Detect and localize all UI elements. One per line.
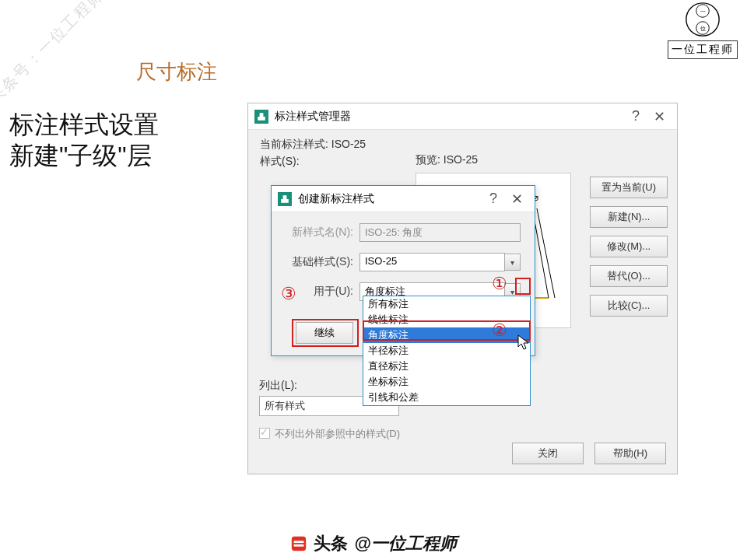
listout-label: 列出(L): xyxy=(259,379,297,393)
explain-line2: 新建"子级"层 xyxy=(9,140,159,171)
new-button[interactable]: 新建(N)... xyxy=(590,206,668,228)
explanation-text: 标注样式设置 新建"子级"层 xyxy=(9,109,159,171)
styles-label: 样式(S): xyxy=(260,155,300,169)
svg-rect-6 xyxy=(260,113,264,117)
author-logo-top: 一 位 一位工程师 xyxy=(668,2,738,59)
use-for-dropdown[interactable]: 所有标注线性标注角度标注半径标注直径标注坐标标注引线和公差 xyxy=(363,296,531,406)
annotation-1: ① xyxy=(492,274,507,294)
footer-attribution: 头条 @一位工程师 xyxy=(0,527,747,560)
continue-button[interactable]: 继续 xyxy=(296,322,353,344)
svg-rect-14 xyxy=(283,195,287,199)
dropdown-option[interactable]: 半径标注 xyxy=(363,343,530,359)
mgr-title: 标注样式管理器 xyxy=(275,110,351,124)
modify-button[interactable]: 修改(M)... xyxy=(590,236,668,257)
inner-titlebar: 创建新标注样式 ? ✕ xyxy=(272,186,535,212)
mgr-titlebar: 标注样式管理器 ? ✕ xyxy=(248,103,677,130)
exclude-xref-checkbox[interactable]: 不列出外部参照中的样式(D) xyxy=(259,427,400,441)
yinyang-icon: 一 位 xyxy=(685,2,721,37)
dropdown-option[interactable]: 坐标标注 xyxy=(363,374,530,390)
preview-label: 预览: ISO-25 xyxy=(416,153,478,167)
svg-text:位: 位 xyxy=(700,25,706,32)
dropdown-option[interactable]: 引线和公差 xyxy=(363,390,530,405)
set-current-button[interactable]: 置为当前(U) xyxy=(590,177,668,198)
svg-rect-16 xyxy=(294,541,304,543)
svg-rect-17 xyxy=(294,544,304,547)
watermark-diagonal: 头条号：一位工程师 xyxy=(0,0,108,108)
annotation-3: ③ xyxy=(281,284,296,304)
base-style-select[interactable]: ISO-25 xyxy=(359,253,505,271)
help-icon[interactable]: ? xyxy=(624,108,647,124)
svg-rect-13 xyxy=(281,199,289,203)
annotation-2: ② xyxy=(492,320,507,341)
help-icon[interactable]: ? xyxy=(482,191,505,207)
inner-title: 创建新标注样式 xyxy=(298,192,374,206)
dropdown-option[interactable]: 所有标注 xyxy=(363,296,530,312)
author-logo-label: 一位工程师 xyxy=(668,40,738,59)
exclude-xref-label: 不列出外部参照中的样式(D) xyxy=(275,428,400,439)
new-name-label: 新样式名(N): xyxy=(286,226,359,240)
help-button[interactable]: 帮助(H) xyxy=(594,443,666,464)
continue-button-wrap: 继续 xyxy=(296,322,353,344)
close-icon[interactable]: ✕ xyxy=(505,191,528,208)
compare-button[interactable]: 比较(C)... xyxy=(590,295,668,317)
app-icon xyxy=(254,110,268,124)
section-heading: 尺寸标注 xyxy=(136,58,217,86)
svg-rect-15 xyxy=(292,537,306,551)
new-name-input: ISO-25: 角度 xyxy=(359,223,521,242)
current-style-label: 当前标注样式: ISO-25 xyxy=(260,138,665,152)
svg-text:一: 一 xyxy=(700,8,706,15)
right-button-column: 置为当前(U) 新建(N)... 修改(M)... 替代(O)... 比较(C)… xyxy=(590,177,668,324)
cursor-icon xyxy=(517,334,531,352)
app-icon xyxy=(278,192,292,206)
annotation-box-1 xyxy=(515,278,531,295)
override-button[interactable]: 替代(O)... xyxy=(590,265,668,287)
toutiao-icon xyxy=(290,535,307,552)
dropdown-option[interactable]: 直径标注 xyxy=(363,359,530,374)
chevron-down-icon[interactable]: ▾ xyxy=(505,254,521,271)
close-icon[interactable]: ✕ xyxy=(647,108,671,125)
svg-rect-5 xyxy=(258,117,265,121)
base-style-label: 基础样式(S): xyxy=(286,255,359,269)
close-button[interactable]: 关闭 xyxy=(512,443,584,464)
footer-at: @一位工程师 xyxy=(354,532,456,555)
use-for-label: 用于(U): xyxy=(286,285,359,299)
footer-prefix: 头条 xyxy=(314,532,348,555)
checkbox-icon xyxy=(259,428,270,439)
explain-line1: 标注样式设置 xyxy=(9,109,159,140)
